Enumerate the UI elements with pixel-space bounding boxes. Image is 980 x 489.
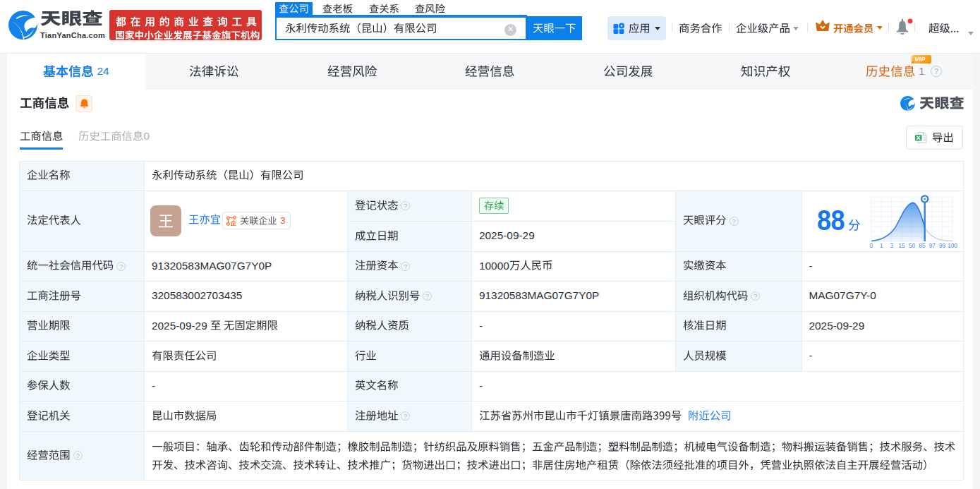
svg-text:100: 100 — [948, 242, 957, 248]
svg-text:97: 97 — [928, 242, 936, 248]
svg-text:85: 85 — [919, 242, 926, 248]
svg-text:15: 15 — [898, 242, 905, 248]
svg-text:1: 1 — [880, 242, 883, 248]
svg-text:99: 99 — [939, 242, 946, 248]
svg-text:3: 3 — [890, 242, 893, 248]
svg-text:50: 50 — [908, 242, 915, 248]
svg-text:0: 0 — [869, 242, 873, 248]
